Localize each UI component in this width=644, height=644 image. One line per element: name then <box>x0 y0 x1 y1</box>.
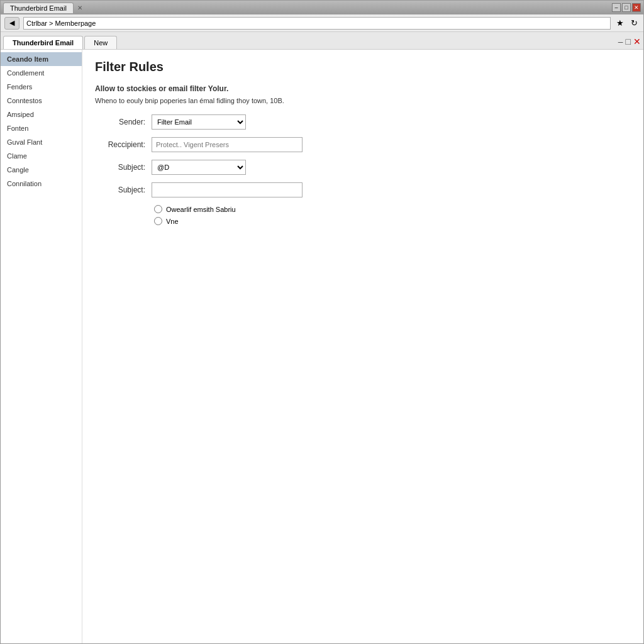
sidebar-item-conntestos[interactable]: Conntestos <box>1 94 82 108</box>
sidebar-item-guval-flant[interactable]: Guval Flant <box>1 135 82 149</box>
sidebar-item-ceando[interactable]: Ceando Item <box>1 52 82 66</box>
tab-min-icon[interactable]: – <box>618 36 623 47</box>
sender-row: Sender: Filter Email <box>95 114 631 130</box>
sender-label: Sender: <box>95 118 152 126</box>
back-button[interactable]: ◀ <box>4 17 19 30</box>
sidebar: Ceando Item Condlement Fenders Conntesto… <box>1 50 82 643</box>
page-title: Filter Rules <box>95 60 631 74</box>
tab-close-icon[interactable]: ✕ <box>77 4 82 11</box>
address-input[interactable] <box>23 17 611 30</box>
sidebar-item-clame[interactable]: Clame <box>1 149 82 163</box>
subject-row-2: Subject: <box>95 182 631 197</box>
recipient-input[interactable] <box>152 137 303 152</box>
address-bar: ◀ ★ ↻ <box>1 14 643 32</box>
radio-vne[interactable] <box>154 217 162 225</box>
subject-label-1: Subject: <box>95 163 152 172</box>
tab-close-icon[interactable]: ✕ <box>633 36 641 47</box>
radio-row-1: Owearlif emsith Sabriu <box>154 205 631 213</box>
title-bar: Thunderbird Email ✕ – □ ✕ <box>1 1 643 14</box>
sender-select[interactable]: Filter Email <box>152 114 246 130</box>
window-controls: – □ ✕ <box>612 3 641 12</box>
recipient-label: Reccipient: <box>95 140 152 149</box>
subject-select[interactable]: @D <box>152 160 246 175</box>
sidebar-item-fenders[interactable]: Fenders <box>1 80 82 94</box>
sidebar-item-condlement[interactable]: Condlement <box>1 66 82 80</box>
section-heading: Allow to stockies or email filter Yolur. <box>95 84 631 93</box>
maximize-button[interactable]: □ <box>622 3 631 12</box>
sidebar-item-connilation[interactable]: Connilation <box>1 177 82 191</box>
tab-restore-icon[interactable]: □ <box>626 36 631 47</box>
tab-new[interactable]: New <box>84 36 117 49</box>
subject-row-1: Subject: @D <box>95 160 631 175</box>
tab-thunderbird[interactable]: Thunderbird Email <box>3 36 83 49</box>
recipient-row: Reccipient: <box>95 137 631 152</box>
refresh-icon[interactable]: ↻ <box>628 18 640 29</box>
tab-bar: Thunderbird Email New – □ ✕ <box>1 32 643 50</box>
sidebar-item-cangle[interactable]: Cangle <box>1 163 82 177</box>
title-tab[interactable]: Thunderbird Email <box>3 3 74 13</box>
section-desc: Wheno to eouly bnip poperies lan émal fi… <box>95 97 631 104</box>
subject-input[interactable] <box>152 182 303 197</box>
bookmark-icon[interactable]: ★ <box>614 18 626 29</box>
radio-owearlif-label: Owearlif emsith Sabriu <box>166 206 236 213</box>
sidebar-item-amsiped[interactable]: Amsiped <box>1 108 82 121</box>
content-area: Filter Rules Allow to stockies or email … <box>82 50 643 643</box>
sidebar-item-fonten[interactable]: Fonten <box>1 121 82 135</box>
tab-controls: – □ ✕ <box>618 36 641 49</box>
main-layout: Ceando Item Condlement Fenders Conntesto… <box>1 50 643 643</box>
radio-owearlif[interactable] <box>154 205 162 213</box>
subject-label-2: Subject: <box>95 186 152 194</box>
radio-vne-label: Vne <box>166 218 179 225</box>
minimize-button[interactable]: – <box>612 3 621 12</box>
radio-group: Owearlif emsith Sabriu Vne <box>154 205 631 225</box>
radio-row-2: Vne <box>154 217 631 225</box>
close-button[interactable]: ✕ <box>632 3 641 12</box>
